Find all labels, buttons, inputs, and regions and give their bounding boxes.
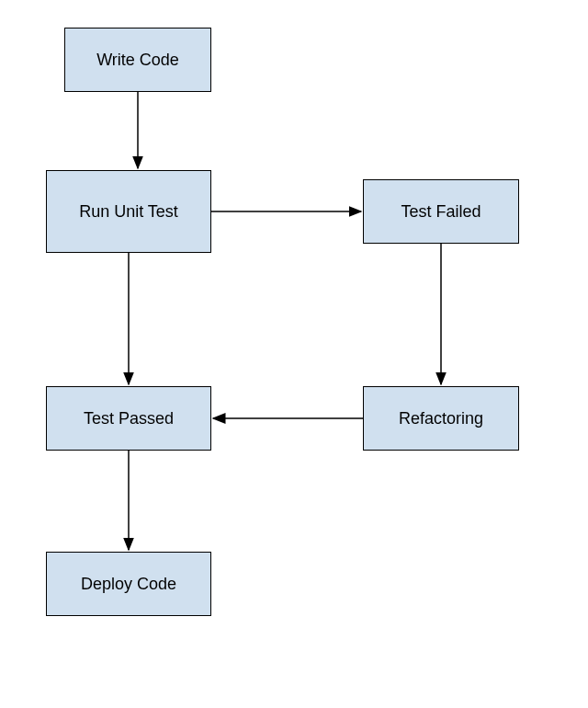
node-label: Refactoring	[399, 409, 483, 428]
node-label: Run Unit Test	[79, 202, 178, 222]
node-test-passed: Test Passed	[46, 386, 211, 451]
node-label: Test Passed	[84, 409, 174, 428]
node-label: Test Failed	[401, 202, 481, 222]
node-write-code: Write Code	[64, 28, 211, 92]
node-test-failed: Test Failed	[363, 179, 519, 244]
node-refactoring: Refactoring	[363, 386, 519, 451]
node-label: Write Code	[96, 51, 179, 70]
node-label: Deploy Code	[81, 575, 176, 594]
node-deploy-code: Deploy Code	[46, 552, 211, 616]
node-run-unit-test: Run Unit Test	[46, 170, 211, 253]
